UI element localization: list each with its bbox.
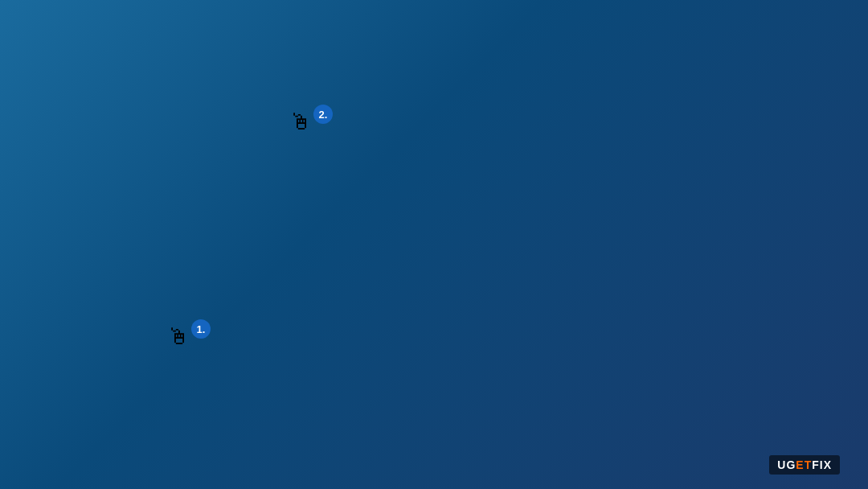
watermark: UGETFIX	[769, 455, 840, 475]
watermark-highlight: ET	[796, 458, 812, 471]
